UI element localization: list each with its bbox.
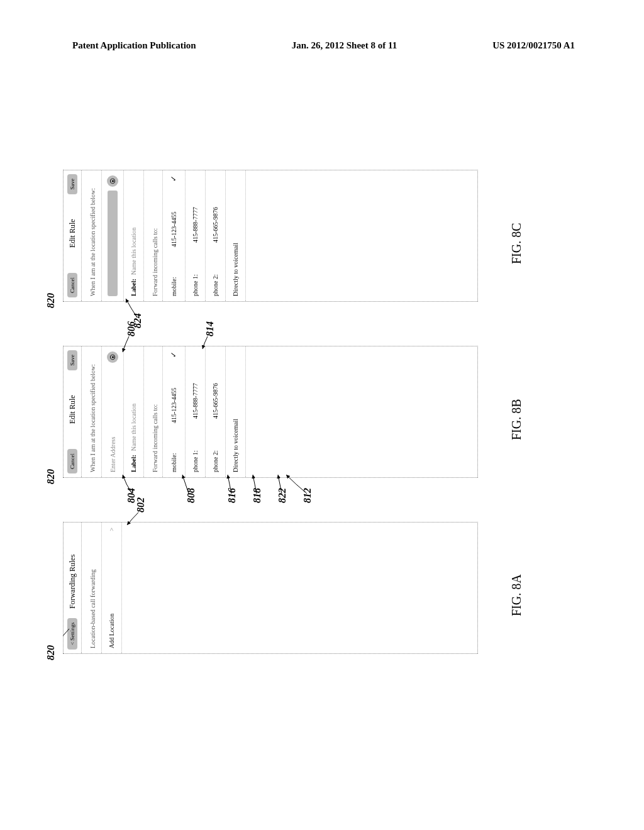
address-filled-value[interactable] [108, 191, 118, 296]
opt-p2-label-c: phone 2: [212, 274, 219, 296]
opt-mobile-num: 415-123-4455 [170, 387, 177, 423]
header-right: US 2012/0021750 A1 [492, 40, 575, 51]
locate-icon-c[interactable]: ⦿ [107, 175, 118, 187]
cancel-button-c[interactable]: Cancel [67, 273, 77, 297]
add-location-row[interactable]: Add Location > [101, 523, 122, 653]
forward-opt-mobile[interactable]: mobile: 415-123-4455 ✓ [162, 346, 186, 477]
forward-opt-voicemail[interactable]: Directly to voicemail [226, 346, 246, 477]
caption-8b: FIG. 8B [509, 399, 524, 440]
forward-opt-phone1[interactable]: phone 1: 415-888-7777 [186, 346, 206, 477]
cancel-button[interactable]: Cancel [67, 449, 77, 473]
opt-p2-label: phone 2: [212, 450, 219, 472]
save-button-c[interactable]: Save [67, 174, 77, 194]
opt-vm-c: Directly to voicemail [232, 243, 239, 296]
rotated-figure-group: 820 < Settings Forwarding Rules Location… [63, 138, 629, 654]
ref-804: 804 [126, 488, 137, 503]
ref-820-a: 820 [45, 645, 57, 660]
label-placeholder-c: Name this location [130, 228, 137, 275]
chevron-right-icon: > [108, 528, 115, 531]
label-placeholder-b: Name this location [130, 404, 137, 451]
ref-814: 814 [204, 321, 216, 336]
phone-frame-c: Cancel Edit Rule Save When I am at the l… [63, 170, 478, 302]
section-subtitle: Location-based call forwarding [82, 523, 101, 653]
caption-8a: FIG. 8A [509, 574, 524, 616]
forward-opt-voicemail-c[interactable]: Directly to voicemail [226, 170, 246, 301]
ref-812: 812 [302, 488, 313, 503]
opt-vm: Directly to voicemail [232, 419, 239, 472]
figure-8c: 820 Cancel Edit Rule Save When I am at t… [63, 163, 478, 302]
opt-mobile-label: mobile: [170, 453, 177, 472]
nav-bar-c: Cancel Edit Rule Save [64, 170, 82, 301]
forward-opt-mobile-c[interactable]: mobile: 415-123-4455 ✓ [162, 170, 186, 301]
phone-frame-b: Cancel Edit Rule Save When I am at the l… [63, 346, 478, 478]
opt-p1-label: phone 1: [192, 450, 199, 472]
address-row-c[interactable]: ⦿ [101, 170, 124, 301]
opt-p1-num: 415-888-7777 [192, 383, 199, 419]
label-row-c[interactable]: Label: Name this location [124, 170, 144, 301]
address-row-b[interactable]: Enter Address ⦿ [101, 346, 124, 477]
screen-title-a: Forwarding Rules [68, 555, 77, 609]
screen-title-b: Edit Rule [68, 395, 77, 424]
opt-p1-label-c: phone 1: [192, 274, 199, 296]
address-input[interactable]: Enter Address [109, 367, 116, 472]
forward-opt-phone2[interactable]: phone 2: 415-665-9876 [206, 346, 226, 477]
when-line-c: When I am at the location specified belo… [82, 170, 101, 301]
page-header: Patent Application Publication Jan. 26, … [72, 40, 575, 51]
when-line-b: When I am at the location specified belo… [82, 346, 101, 477]
ref-818: 818 [252, 488, 263, 503]
opt-p2-num-c: 415-665-9876 [212, 207, 219, 243]
add-location-label: Add Location [108, 614, 115, 648]
header-left: Patent Application Publication [72, 40, 196, 51]
locate-icon[interactable]: ⦿ [107, 351, 118, 363]
save-button[interactable]: Save [67, 350, 77, 370]
ref-822: 822 [277, 488, 288, 503]
ref-816: 816 [226, 488, 238, 503]
forward-header-c: Forward incoming calls to: [144, 170, 162, 301]
opt-mobile-num-c: 415-123-4455 [170, 211, 177, 247]
label-key-b: Label: [130, 455, 137, 472]
phone-frame-a: < Settings Forwarding Rules Location-bas… [63, 522, 478, 654]
opt-mobile-label-c: mobile: [170, 277, 177, 296]
label-key-c: Label: [130, 279, 137, 296]
figure-8a: 820 < Settings Forwarding Rules Location… [63, 516, 478, 654]
screen-title-c: Edit Rule [68, 219, 77, 248]
ref-820-b: 820 [45, 469, 57, 484]
forward-opt-phone2-c[interactable]: phone 2: 415-665-9876 [206, 170, 226, 301]
opt-p1-num-c: 415-888-7777 [192, 207, 199, 243]
checkmark-icon-c: ✓ [169, 175, 179, 182]
ref-808: 808 [186, 488, 197, 503]
ref-824: 824 [132, 313, 143, 328]
forward-opt-phone1-c[interactable]: phone 1: 415-888-7777 [186, 170, 206, 301]
back-button[interactable]: < Settings [67, 618, 77, 650]
caption-8c: FIG. 8C [509, 223, 524, 264]
ref-820-c: 820 [45, 293, 57, 308]
forward-header-b: Forward incoming calls to: [144, 346, 162, 477]
opt-p2-num: 415-665-9876 [212, 383, 219, 419]
figure-8b: 820 Cancel Edit Rule Save When I am at t… [63, 340, 478, 478]
nav-bar-b: Cancel Edit Rule Save [64, 346, 82, 477]
nav-bar-a: < Settings Forwarding Rules [64, 523, 82, 653]
checkmark-icon: ✓ [169, 351, 179, 358]
header-center: Jan. 26, 2012 Sheet 8 of 11 [292, 40, 397, 51]
label-row-b[interactable]: Label: Name this location [124, 346, 144, 477]
